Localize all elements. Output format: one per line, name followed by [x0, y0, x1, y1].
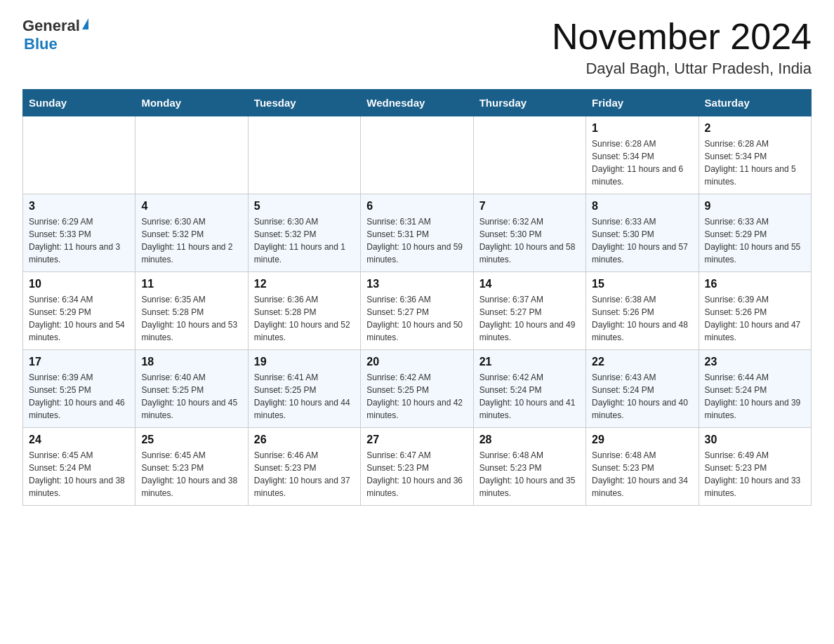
day-number: 22 [592, 356, 692, 368]
day-info: Sunrise: 6:43 AM Sunset: 5:24 PM Dayligh… [592, 371, 692, 422]
calendar-cell [473, 116, 585, 194]
day-number: 2 [705, 122, 805, 135]
day-info: Sunrise: 6:49 AM Sunset: 5:23 PM Dayligh… [705, 449, 805, 499]
calendar-cell: 5Sunrise: 6:30 AM Sunset: 5:32 PM Daylig… [248, 194, 360, 272]
header-saturday: Saturday [699, 90, 811, 116]
calendar-cell: 18Sunrise: 6:40 AM Sunset: 5:25 PM Dayli… [135, 350, 248, 428]
week-row-1: 1Sunrise: 6:28 AM Sunset: 5:34 PM Daylig… [23, 116, 812, 194]
header: General Blue November 2024 Dayal Bagh, U… [22, 17, 812, 78]
day-info: Sunrise: 6:30 AM Sunset: 5:32 PM Dayligh… [141, 215, 241, 266]
calendar-cell [135, 116, 248, 194]
day-number: 20 [366, 356, 467, 368]
weekday-header-row: Sunday Monday Tuesday Wednesday Thursday… [23, 90, 812, 116]
day-number: 19 [254, 356, 355, 368]
calendar-cell: 21Sunrise: 6:42 AM Sunset: 5:24 PM Dayli… [473, 350, 585, 428]
calendar-cell: 23Sunrise: 6:44 AM Sunset: 5:24 PM Dayli… [699, 350, 811, 428]
day-number: 8 [592, 200, 692, 213]
header-monday: Monday [135, 90, 248, 116]
calendar-cell: 22Sunrise: 6:43 AM Sunset: 5:24 PM Dayli… [586, 350, 699, 428]
calendar-cell: 9Sunrise: 6:33 AM Sunset: 5:29 PM Daylig… [699, 194, 811, 272]
day-info: Sunrise: 6:35 AM Sunset: 5:28 PM Dayligh… [141, 293, 241, 344]
calendar-cell: 14Sunrise: 6:37 AM Sunset: 5:27 PM Dayli… [473, 272, 585, 350]
day-info: Sunrise: 6:38 AM Sunset: 5:26 PM Dayligh… [592, 293, 692, 344]
calendar-cell: 7Sunrise: 6:32 AM Sunset: 5:30 PM Daylig… [473, 194, 585, 272]
logo-arrow-icon [82, 18, 88, 29]
week-row-3: 10Sunrise: 6:34 AM Sunset: 5:29 PM Dayli… [23, 272, 812, 350]
day-info: Sunrise: 6:48 AM Sunset: 5:23 PM Dayligh… [479, 449, 580, 499]
calendar-cell: 20Sunrise: 6:42 AM Sunset: 5:25 PM Dayli… [361, 350, 473, 428]
calendar-cell: 15Sunrise: 6:38 AM Sunset: 5:26 PM Dayli… [586, 272, 699, 350]
day-number: 29 [592, 434, 692, 446]
day-number: 24 [29, 434, 129, 446]
calendar-cell: 12Sunrise: 6:36 AM Sunset: 5:28 PM Dayli… [248, 272, 360, 350]
calendar-cell: 2Sunrise: 6:28 AM Sunset: 5:34 PM Daylig… [699, 116, 811, 194]
calendar-cell [23, 116, 135, 194]
calendar-cell: 30Sunrise: 6:49 AM Sunset: 5:23 PM Dayli… [699, 428, 811, 506]
day-number: 13 [366, 278, 467, 290]
day-number: 16 [705, 278, 805, 290]
day-number: 4 [141, 200, 241, 213]
logo-blue-text: Blue [24, 35, 58, 53]
calendar-cell: 11Sunrise: 6:35 AM Sunset: 5:28 PM Dayli… [135, 272, 248, 350]
day-info: Sunrise: 6:36 AM Sunset: 5:27 PM Dayligh… [366, 293, 467, 344]
day-info: Sunrise: 6:44 AM Sunset: 5:24 PM Dayligh… [705, 371, 805, 422]
day-number: 5 [254, 200, 355, 213]
calendar-cell: 16Sunrise: 6:39 AM Sunset: 5:26 PM Dayli… [699, 272, 811, 350]
day-number: 10 [29, 278, 129, 290]
day-info: Sunrise: 6:32 AM Sunset: 5:30 PM Dayligh… [479, 215, 580, 266]
day-info: Sunrise: 6:28 AM Sunset: 5:34 PM Dayligh… [592, 137, 692, 188]
week-row-5: 24Sunrise: 6:45 AM Sunset: 5:24 PM Dayli… [23, 428, 812, 506]
day-info: Sunrise: 6:30 AM Sunset: 5:32 PM Dayligh… [254, 215, 355, 266]
calendar-cell: 1Sunrise: 6:28 AM Sunset: 5:34 PM Daylig… [586, 116, 699, 194]
calendar-cell: 27Sunrise: 6:47 AM Sunset: 5:23 PM Dayli… [361, 428, 473, 506]
day-info: Sunrise: 6:39 AM Sunset: 5:26 PM Dayligh… [705, 293, 805, 344]
day-number: 21 [479, 356, 580, 368]
calendar-cell: 28Sunrise: 6:48 AM Sunset: 5:23 PM Dayli… [473, 428, 585, 506]
day-info: Sunrise: 6:31 AM Sunset: 5:31 PM Dayligh… [366, 215, 467, 266]
day-info: Sunrise: 6:40 AM Sunset: 5:25 PM Dayligh… [141, 371, 241, 422]
day-info: Sunrise: 6:33 AM Sunset: 5:29 PM Dayligh… [705, 215, 805, 266]
calendar-cell: 19Sunrise: 6:41 AM Sunset: 5:25 PM Dayli… [248, 350, 360, 428]
header-sunday: Sunday [23, 90, 135, 116]
calendar-cell: 17Sunrise: 6:39 AM Sunset: 5:25 PM Dayli… [23, 350, 135, 428]
calendar-body: 1Sunrise: 6:28 AM Sunset: 5:34 PM Daylig… [23, 116, 812, 506]
calendar-table: Sunday Monday Tuesday Wednesday Thursday… [22, 89, 812, 506]
calendar-cell: 24Sunrise: 6:45 AM Sunset: 5:24 PM Dayli… [23, 428, 135, 506]
day-number: 25 [141, 434, 241, 446]
day-info: Sunrise: 6:48 AM Sunset: 5:23 PM Dayligh… [592, 449, 692, 499]
calendar-cell: 13Sunrise: 6:36 AM Sunset: 5:27 PM Dayli… [361, 272, 473, 350]
calendar-cell [361, 116, 473, 194]
logo: General Blue [22, 17, 88, 53]
location-title: Dayal Bagh, Uttar Pradesh, India [552, 60, 812, 78]
header-wednesday: Wednesday [361, 90, 473, 116]
day-number: 7 [479, 200, 580, 213]
header-thursday: Thursday [473, 90, 585, 116]
day-number: 27 [366, 434, 467, 446]
day-info: Sunrise: 6:47 AM Sunset: 5:23 PM Dayligh… [366, 449, 467, 499]
day-info: Sunrise: 6:29 AM Sunset: 5:33 PM Dayligh… [29, 215, 129, 266]
calendar-cell: 26Sunrise: 6:46 AM Sunset: 5:23 PM Dayli… [248, 428, 360, 506]
day-info: Sunrise: 6:46 AM Sunset: 5:23 PM Dayligh… [254, 449, 355, 499]
week-row-4: 17Sunrise: 6:39 AM Sunset: 5:25 PM Dayli… [23, 350, 812, 428]
day-info: Sunrise: 6:28 AM Sunset: 5:34 PM Dayligh… [705, 137, 805, 188]
day-info: Sunrise: 6:34 AM Sunset: 5:29 PM Dayligh… [29, 293, 129, 344]
calendar-cell: 25Sunrise: 6:45 AM Sunset: 5:23 PM Dayli… [135, 428, 248, 506]
logo-general-text: General [22, 17, 80, 35]
calendar-cell: 4Sunrise: 6:30 AM Sunset: 5:32 PM Daylig… [135, 194, 248, 272]
day-number: 11 [141, 278, 241, 290]
day-info: Sunrise: 6:39 AM Sunset: 5:25 PM Dayligh… [29, 371, 129, 422]
header-friday: Friday [586, 90, 699, 116]
day-number: 12 [254, 278, 355, 290]
day-info: Sunrise: 6:36 AM Sunset: 5:28 PM Dayligh… [254, 293, 355, 344]
day-info: Sunrise: 6:41 AM Sunset: 5:25 PM Dayligh… [254, 371, 355, 422]
day-number: 30 [705, 434, 805, 446]
calendar-cell: 29Sunrise: 6:48 AM Sunset: 5:23 PM Dayli… [586, 428, 699, 506]
day-number: 17 [29, 356, 129, 368]
day-info: Sunrise: 6:42 AM Sunset: 5:24 PM Dayligh… [479, 371, 580, 422]
week-row-2: 3Sunrise: 6:29 AM Sunset: 5:33 PM Daylig… [23, 194, 812, 272]
day-number: 23 [705, 356, 805, 368]
day-number: 6 [366, 200, 467, 213]
title-area: November 2024 Dayal Bagh, Uttar Pradesh,… [552, 17, 812, 78]
calendar-header: Sunday Monday Tuesday Wednesday Thursday… [23, 90, 812, 116]
day-number: 9 [705, 200, 805, 213]
